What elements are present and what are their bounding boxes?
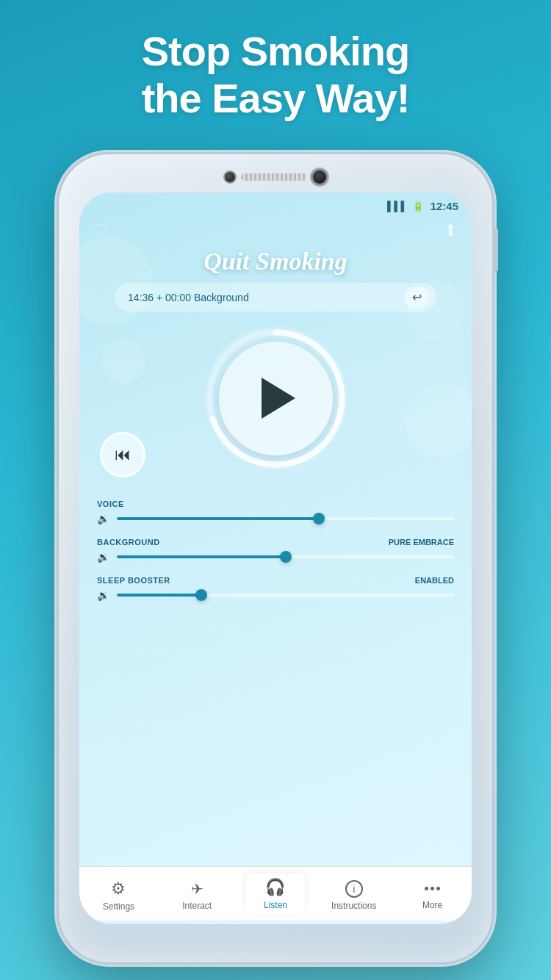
front-camera-dot <box>225 172 235 182</box>
nav-item-more[interactable]: More <box>403 881 462 910</box>
background-slider[interactable] <box>117 555 454 558</box>
loop-button[interactable]: ↩ <box>405 287 429 307</box>
phone-frame: ▌▌▌ 🔋 12:45 ♡ ⬆ Quit Smoking 14:36 + 00:… <box>59 154 492 962</box>
sleep-booster-label: SLEEP BOOSTER <box>97 576 170 585</box>
app-icon-row: ♡ ⬆ <box>79 215 472 246</box>
bottom-nav: ⚙ Settings ✈ Interact 🎧 Listen i Instruc… <box>79 866 472 920</box>
background-label: BACKGROUND <box>97 538 160 547</box>
front-camera <box>313 170 326 184</box>
app-title: Quit Smoking <box>204 248 347 275</box>
settings-label: Settings <box>103 901 134 912</box>
interact-icon: ✈ <box>191 880 204 898</box>
nav-item-interact[interactable]: ✈ Interact <box>168 880 226 911</box>
nav-item-listen[interactable]: 🎧 Listen <box>246 873 305 915</box>
player-area: ⏮ <box>79 325 472 472</box>
background-value: PURE EMBRACE <box>389 538 454 547</box>
instructions-label: Instructions <box>331 901 376 911</box>
settings-icon: ⚙ <box>111 879 126 898</box>
background-fill <box>117 555 286 558</box>
share-icon[interactable]: ⬆ <box>444 221 457 240</box>
nav-item-settings[interactable]: ⚙ Settings <box>89 879 148 912</box>
more-label: More <box>422 900 442 910</box>
background-thumb[interactable] <box>280 551 292 563</box>
progress-ring-svg <box>204 327 347 470</box>
favorite-icon[interactable]: ♡ <box>94 221 109 240</box>
interact-label: Interact <box>182 901 212 911</box>
sleep-booster-slider-row: SLEEP BOOSTER ENABLED 🔉 <box>97 576 454 601</box>
app-screen: ♡ ⬆ Quit Smoking 14:36 + 00:00 Backgroun… <box>79 215 472 920</box>
phone-body: ▌▌▌ 🔋 12:45 ♡ ⬆ Quit Smoking 14:36 + 00:… <box>59 154 492 962</box>
progress-ring <box>204 327 347 470</box>
listen-icon: 🎧 <box>265 878 285 897</box>
background-volume-icon: 🔉 <box>97 551 109 563</box>
phone-screen: ▌▌▌ 🔋 12:45 ♡ ⬆ Quit Smoking 14:36 + 00:… <box>79 192 472 924</box>
duration-text: 14:36 + 00:00 Background <box>128 292 399 303</box>
background-slider-row: BACKGROUND PURE EMBRACE 🔉 <box>97 538 454 563</box>
header-title: Stop Smoking the Easy Way! <box>0 0 551 123</box>
nav-item-instructions[interactable]: i Instructions <box>325 880 383 911</box>
sleep-booster-thumb[interactable] <box>195 589 207 601</box>
voice-thumb[interactable] <box>313 513 325 525</box>
sleep-booster-value: ENABLED <box>415 576 454 585</box>
voice-volume-icon: 🔉 <box>97 513 109 525</box>
duration-bar: 14:36 + 00:00 Background ↩ <box>115 283 436 311</box>
skip-back-button[interactable]: ⏮ <box>100 432 145 478</box>
phone-top-hardware <box>225 170 326 184</box>
signal-icon: ▌▌▌ <box>387 201 408 212</box>
sleep-booster-fill <box>117 594 201 597</box>
voice-label: VOICE <box>97 500 124 508</box>
sleep-booster-slider[interactable] <box>117 594 454 597</box>
more-icon <box>425 881 440 897</box>
sleep-booster-volume-icon: 🔉 <box>97 589 109 601</box>
header-section: Stop Smoking the Easy Way! <box>0 0 551 123</box>
voice-slider[interactable] <box>117 517 454 520</box>
status-bar: ▌▌▌ 🔋 12:45 <box>79 192 472 215</box>
battery-icon: 🔋 <box>412 201 424 212</box>
voice-slider-row: VOICE 🔉 <box>97 500 454 525</box>
instructions-icon: i <box>345 880 363 898</box>
speaker-grille <box>241 173 307 181</box>
listen-label: Listen <box>264 900 287 910</box>
skip-back-icon: ⏮ <box>115 445 131 464</box>
voice-fill <box>117 517 319 520</box>
clock: 12:45 <box>431 200 458 212</box>
sliders-section: VOICE 🔉 <box>79 485 472 614</box>
